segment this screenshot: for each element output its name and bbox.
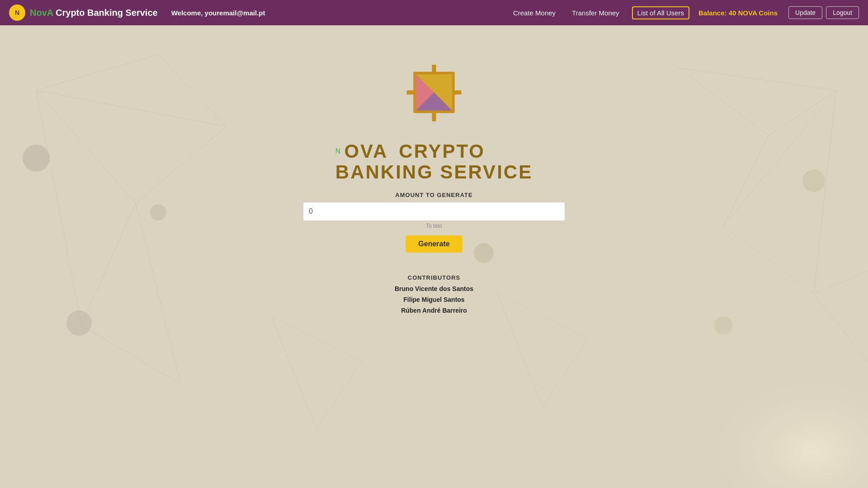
logout-button[interactable]: Logout <box>826 6 859 19</box>
svg-line-21 <box>271 316 316 429</box>
contributors-section: CONTRIBUTORS Bruno Vicente dos Santos Fi… <box>395 274 473 316</box>
svg-point-31 <box>701 371 868 488</box>
nav-balance: Balance: 40 NOVA Coins <box>698 9 778 17</box>
contributor-2: Filipe Miguel Santos <box>403 295 464 305</box>
logo-nova-ova: OVA <box>344 141 388 162</box>
svg-rect-37 <box>432 113 436 121</box>
logo-nova-n: N <box>335 147 341 155</box>
nav-brand-rest: Crypto Banking Service <box>53 8 157 18</box>
svg-line-8 <box>81 325 181 384</box>
form-section: AMOUNT TO GENERATE To test Generate <box>298 192 570 253</box>
svg-rect-39 <box>454 90 461 94</box>
amount-label: AMOUNT TO GENERATE <box>395 192 472 198</box>
svg-point-30 <box>714 316 732 334</box>
generate-button[interactable]: Generate <box>406 235 462 253</box>
contributor-3: Rúben André Barreiro <box>401 305 467 316</box>
nav-brand-nova: NovA <box>30 8 53 18</box>
main-content: NOVA CRYPTO BANKING SERVICE AMOUNT TO GE… <box>0 25 868 316</box>
form-hint: To test <box>426 223 442 229</box>
logo-text: NOVA CRYPTO BANKING SERVICE <box>335 141 533 183</box>
nav-links: Create Money Transfer Money List of All … <box>509 6 689 19</box>
logo-banking-service: BANKING SERVICE <box>335 162 533 183</box>
svg-rect-38 <box>407 90 414 94</box>
contributors-title: CONTRIBUTORS <box>408 274 460 281</box>
update-button[interactable]: Update <box>788 6 822 19</box>
navbar: N NovA Crypto Banking Service Welcome, y… <box>0 0 868 25</box>
logo-crypto: CRYPTO <box>399 141 485 162</box>
svg-rect-36 <box>432 65 436 73</box>
nav-link-create-money[interactable]: Create Money <box>509 7 559 19</box>
nav-logo-icon: N <box>9 5 25 21</box>
nav-link-list-users[interactable]: List of All Users <box>632 6 689 19</box>
svg-line-20 <box>316 361 362 429</box>
nav-brand[interactable]: N NovA Crypto Banking Service <box>9 5 158 21</box>
logo-container: NOVA CRYPTO BANKING SERVICE <box>335 61 533 183</box>
contributor-1: Bruno Vicente dos Santos <box>395 284 473 295</box>
logo-graphic <box>398 61 470 134</box>
svg-line-23 <box>542 339 588 407</box>
svg-line-19 <box>271 316 362 361</box>
nav-link-transfer-money[interactable]: Transfer Money <box>568 7 623 19</box>
nav-brand-title: NovA Crypto Banking Service <box>30 8 158 18</box>
amount-input[interactable] <box>303 202 565 221</box>
nav-welcome-text: Welcome, youremail@mail.pt <box>171 9 265 17</box>
